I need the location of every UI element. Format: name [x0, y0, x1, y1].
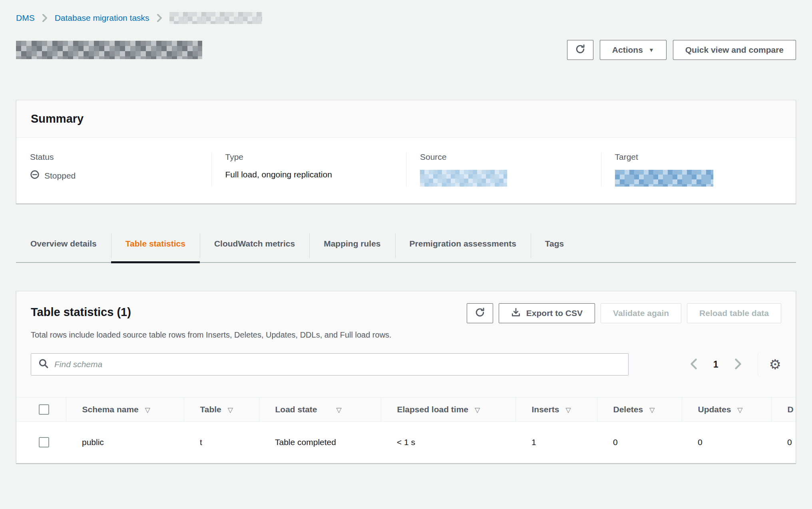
sort-icon[interactable]: ▽	[228, 406, 233, 414]
current-page-number[interactable]: 1	[713, 359, 718, 370]
schema-search-box	[31, 353, 629, 376]
next-page-button[interactable]	[731, 356, 745, 374]
actions-button[interactable]: Actions ▼	[600, 40, 667, 60]
target-value-redacted	[615, 170, 782, 187]
table-refresh-button[interactable]	[467, 303, 493, 323]
sort-icon[interactable]: ▽	[475, 406, 480, 414]
table-row: public t Table completed < 1 s 1 0 0 0	[16, 422, 796, 463]
table-toolbar: 1 ⚙	[31, 353, 781, 376]
find-schema-input[interactable]	[54, 360, 621, 369]
tab-mapping-rules[interactable]: Mapping rules	[309, 237, 395, 262]
table-statistics-header: Table statistics (1)	[16, 291, 796, 340]
dms-task-page: DMS Database migration tasks Actions ▼	[0, 0, 812, 463]
select-all-header	[16, 398, 66, 422]
cell-load-state: Table completed	[259, 422, 381, 463]
select-all-checkbox[interactable]	[39, 404, 49, 415]
summary-field-type: Type Full load, ongoing replication	[211, 152, 406, 187]
table-statistics-actions: Export to CSV Validate again Reload tabl…	[467, 303, 781, 323]
sort-icon[interactable]: ▽	[649, 406, 655, 414]
refresh-icon	[575, 44, 585, 56]
reload-table-data-button[interactable]: Reload table data	[687, 303, 781, 323]
summary-card: Summary Status Stopped Type Full load, o…	[16, 100, 796, 204]
cell-deletes: 0	[597, 422, 682, 463]
quick-view-button-label: Quick view and compare	[685, 45, 784, 55]
summary-card-body: Status Stopped Type Full load, ongoing r…	[16, 138, 796, 203]
deletes-header-label: Deletes	[613, 405, 643, 414]
chevron-right-icon	[42, 14, 48, 22]
sort-icon[interactable]: ▽	[737, 406, 742, 414]
breadcrumb-item-task-name-redacted	[169, 12, 262, 24]
controls-divider	[758, 354, 758, 375]
sort-icon[interactable]: ▽	[336, 406, 342, 414]
breadcrumb-item-dms[interactable]: DMS	[16, 13, 35, 23]
elapsed-load-time-header-label: Elapsed load time	[397, 405, 469, 414]
chevron-left-icon	[689, 358, 698, 371]
status-label: Status	[30, 152, 198, 162]
search-icon	[38, 358, 49, 370]
table-statistics-table: Schema name▽ Table▽ Load state▽ Elapsed …	[16, 397, 796, 463]
table-header-label: Table	[200, 405, 221, 414]
caret-down-icon: ▼	[649, 47, 654, 53]
inserts-header-label: Inserts	[532, 405, 559, 414]
refresh-icon	[475, 307, 485, 320]
row-select-cell	[16, 422, 66, 463]
page-title-redacted	[16, 41, 202, 59]
tab-cloudwatch-metrics[interactable]: CloudWatch metrics	[200, 237, 309, 262]
summary-field-target: Target	[601, 152, 796, 187]
status-text: Stopped	[44, 171, 76, 181]
cell-table: t	[184, 422, 259, 463]
validate-again-button[interactable]: Validate again	[601, 303, 681, 323]
table-statistics-card: Table statistics (1)	[16, 291, 796, 463]
tab-premigration-assessments[interactable]: Premigration assessments	[395, 237, 531, 262]
table-statistics-title: Table statistics (1)	[31, 303, 131, 319]
type-value: Full load, ongoing replication	[225, 170, 393, 179]
tab-overview-details[interactable]: Overview details	[16, 237, 111, 262]
actions-button-label: Actions	[612, 45, 643, 55]
tab-table-statistics[interactable]: Table statistics	[111, 237, 200, 262]
previous-page-button[interactable]	[687, 356, 701, 374]
pagination-controls: 1 ⚙	[687, 354, 781, 375]
cell-schema-name: public	[66, 422, 184, 463]
target-label: Target	[615, 152, 782, 162]
column-header-ddls-clipped[interactable]: D	[771, 398, 796, 422]
column-header-load-state[interactable]: Load state▽	[259, 398, 381, 422]
summary-card-header: Summary	[16, 100, 796, 138]
column-header-table[interactable]: Table▽	[184, 398, 259, 422]
column-header-updates[interactable]: Updates▽	[682, 398, 771, 422]
reload-table-data-label: Reload table data	[699, 308, 769, 318]
cell-ddls-clipped: 0	[771, 422, 796, 463]
preferences-gear-icon[interactable]: ⚙	[769, 358, 781, 371]
stopped-icon	[30, 170, 40, 181]
ddls-header-label: D	[788, 405, 794, 414]
page-header: Actions ▼ Quick view and compare	[16, 40, 796, 60]
summary-field-status: Status Stopped	[16, 152, 211, 187]
column-header-elapsed-load-time[interactable]: Elapsed load time▽	[381, 398, 515, 422]
load-state-header-label: Load state	[275, 405, 317, 414]
column-header-schema-name[interactable]: Schema name▽	[66, 398, 184, 422]
sort-icon[interactable]: ▽	[565, 406, 571, 414]
column-header-deletes[interactable]: Deletes▽	[597, 398, 682, 422]
quick-view-and-compare-button[interactable]: Quick view and compare	[673, 40, 796, 60]
breadcrumb-item-tasks[interactable]: Database migration tasks	[55, 13, 149, 23]
cell-inserts: 1	[515, 422, 597, 463]
summary-title: Summary	[31, 112, 781, 125]
tab-tags[interactable]: Tags	[531, 237, 578, 262]
breadcrumb: DMS Database migration tasks	[16, 0, 796, 24]
source-redaction-block	[420, 170, 507, 187]
export-to-csv-button[interactable]: Export to CSV	[499, 303, 595, 323]
chevron-right-icon	[734, 358, 742, 371]
updates-header-label: Updates	[698, 405, 731, 414]
refresh-button[interactable]	[567, 40, 593, 60]
row-checkbox[interactable]	[39, 437, 49, 447]
sort-icon[interactable]: ▽	[145, 406, 150, 414]
status-value: Stopped	[30, 170, 198, 181]
download-icon	[511, 308, 521, 319]
cell-updates: 0	[682, 422, 771, 463]
chevron-right-icon	[157, 14, 162, 22]
source-value-redacted	[420, 170, 587, 187]
schema-name-header-label: Schema name	[82, 405, 139, 414]
table-header-row: Schema name▽ Table▽ Load state▽ Elapsed …	[16, 398, 796, 422]
column-header-inserts[interactable]: Inserts▽	[515, 398, 597, 422]
type-label: Type	[225, 152, 393, 162]
page-actions: Actions ▼ Quick view and compare	[567, 40, 796, 60]
